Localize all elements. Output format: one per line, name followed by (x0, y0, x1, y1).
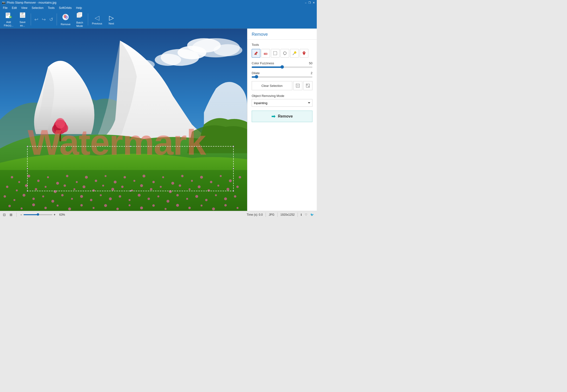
menu-view[interactable]: View (19, 6, 29, 10)
menu-help[interactable]: Help (74, 6, 84, 10)
svg-rect-145 (308, 86, 310, 87)
svg-point-35 (66, 175, 68, 177)
svg-point-60 (64, 184, 66, 187)
svg-point-123 (237, 207, 239, 209)
svg-point-44 (152, 181, 155, 183)
svg-point-84 (51, 200, 54, 203)
add-files-button[interactable]: + Add File(s)... (2, 11, 15, 28)
zoom-track[interactable] (24, 214, 52, 215)
invert-selection-button[interactable] (303, 81, 313, 90)
select-all-button[interactable] (293, 81, 302, 90)
object-removing-mode-select[interactable]: Inpainting Smart Fill Average Color (252, 99, 313, 107)
reset-button[interactable]: ↺ (48, 15, 55, 23)
dilate-label: Dilate (252, 71, 260, 75)
brush-tool-button[interactable] (252, 49, 260, 57)
main-area: Watermark Remove Tools (0, 28, 317, 211)
toolbar-separator-3 (88, 14, 88, 26)
svg-point-94 (148, 198, 150, 200)
svg-point-55 (16, 190, 18, 191)
menu-file[interactable]: File (1, 6, 9, 10)
panel-body: Tools (247, 40, 317, 211)
dilate-thumb[interactable] (255, 75, 258, 78)
svg-rect-17 (79, 13, 81, 14)
canvas-area[interactable]: Watermark (0, 28, 247, 211)
svg-point-113 (117, 208, 119, 210)
titlebar: 📷 Photo Stamp Remover - mountains.jpg – … (0, 0, 317, 5)
redo-button[interactable]: ↪ (40, 15, 47, 23)
lasso-tool-button[interactable] (281, 49, 289, 57)
share-twitter-icon[interactable]: 🐦 (310, 213, 314, 216)
svg-point-64 (102, 185, 104, 187)
remove-button[interactable]: ➡ Remove (252, 111, 313, 122)
save-as-button[interactable]: Save as... (16, 11, 29, 28)
menu-edit[interactable]: Edit (10, 6, 19, 10)
svg-point-111 (93, 207, 95, 209)
status-sep-4 (298, 212, 298, 217)
previous-label: Previous (92, 22, 102, 25)
restore-button[interactable]: ❐ (308, 1, 311, 4)
status-sep-3 (277, 212, 278, 217)
svg-point-50 (210, 181, 212, 183)
menu-selection[interactable]: Selection (30, 6, 45, 10)
undo-button[interactable]: ↩ (33, 15, 40, 23)
remove-button-label: Remove (278, 114, 293, 119)
save-as-icon (19, 12, 26, 20)
zoom-level: 63% (59, 213, 65, 216)
svg-point-115 (140, 207, 143, 210)
zoom-thumb[interactable] (37, 213, 39, 216)
svg-rect-3 (6, 15, 8, 15)
dilate-track[interactable] (252, 76, 313, 78)
zoom-out-button[interactable]: – (20, 213, 22, 216)
svg-point-110 (80, 204, 83, 207)
zoom-in-button[interactable]: + (54, 213, 56, 216)
menu-softorbits[interactable]: SoftOrbits (57, 6, 74, 10)
rect-select-tool-button[interactable] (271, 49, 280, 57)
svg-point-65 (111, 188, 114, 191)
image-dimensions: 1920x1252 (281, 213, 295, 216)
favorite-icon[interactable]: ♡ (305, 213, 307, 216)
batch-mode-button[interactable]: Batch Mode (74, 11, 86, 28)
add-files-label: Add File(s)... (4, 20, 14, 27)
svg-point-104 (8, 205, 11, 207)
svg-point-118 (176, 204, 179, 207)
zoom-slider-area: – + (20, 213, 56, 216)
svg-point-85 (61, 194, 64, 196)
svg-point-70 (160, 186, 162, 188)
magic-wand-tool-button[interactable] (290, 49, 299, 57)
svg-point-102 (224, 197, 227, 200)
remove-toolbar-button[interactable]: ✕ Remove (59, 11, 73, 28)
color-fuzziness-track[interactable] (252, 67, 313, 68)
panel-header: Remove (247, 28, 317, 40)
next-button[interactable]: ▷ Next (105, 11, 118, 28)
svg-rect-144 (306, 84, 308, 86)
svg-point-114 (129, 204, 130, 206)
color-fuzziness-section: Color Fuzziness 50 (252, 61, 313, 68)
svg-point-31 (27, 175, 30, 178)
svg-point-100 (205, 199, 208, 201)
svg-point-63 (92, 189, 95, 192)
svg-rect-134 (273, 52, 277, 55)
info-icon[interactable]: ℹ (301, 213, 302, 216)
close-button[interactable]: ✕ (313, 1, 315, 4)
fit-width-icon[interactable]: ⊞ (10, 213, 13, 217)
next-icon: ▷ (109, 14, 114, 22)
eraser-tool-button[interactable] (261, 49, 270, 57)
svg-point-130 (56, 118, 65, 129)
svg-point-39 (105, 175, 107, 177)
clear-selection-button[interactable]: Clear Selection (252, 81, 292, 90)
svg-point-49 (200, 176, 203, 179)
svg-point-53 (239, 176, 241, 179)
minimize-button[interactable]: – (305, 1, 306, 4)
menu-tools[interactable]: Tools (46, 6, 57, 10)
color-fuzziness-value: 50 (309, 61, 313, 65)
remove-arrow-icon: ➡ (271, 113, 275, 119)
color-fuzziness-thumb[interactable] (281, 65, 284, 69)
svg-point-26 (213, 44, 242, 56)
previous-button[interactable]: ◁ Previous (90, 11, 104, 28)
svg-point-86 (71, 198, 73, 200)
svg-point-61 (74, 188, 75, 190)
fit-screen-icon[interactable]: ⊡ (3, 213, 6, 217)
pin-tool-button[interactable] (300, 49, 308, 57)
svg-point-116 (152, 204, 155, 207)
svg-point-99 (195, 195, 198, 198)
